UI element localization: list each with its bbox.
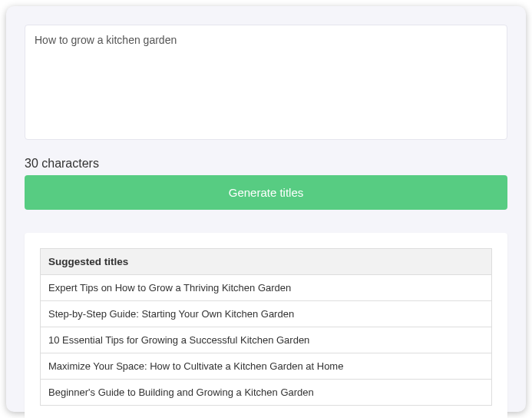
table-row: Maximize Your Space: How to Cultivate a … (41, 353, 492, 380)
suggested-titles-table: Suggested titles Expert Tips on How to G… (40, 248, 492, 406)
topic-input[interactable] (25, 25, 507, 140)
title-cell: Expert Tips on How to Grow a Thriving Ki… (41, 275, 492, 301)
generate-titles-button[interactable]: Generate titles (25, 175, 507, 210)
title-cell: Beginner's Guide to Building and Growing… (41, 380, 492, 406)
title-cell: 10 Essential Tips for Growing a Successf… (41, 327, 492, 353)
title-generator-card: 30 characters Generate titles Suggested … (6, 6, 526, 412)
title-cell: Maximize Your Space: How to Cultivate a … (41, 353, 492, 380)
table-row: Step-by-Step Guide: Starting Your Own Ki… (41, 301, 492, 327)
suggested-titles-header: Suggested titles (41, 249, 492, 275)
results-panel: Suggested titles Expert Tips on How to G… (25, 233, 507, 418)
table-row: Expert Tips on How to Grow a Thriving Ki… (41, 275, 492, 301)
character-count: 30 characters (25, 157, 507, 171)
table-row: Beginner's Guide to Building and Growing… (41, 380, 492, 406)
table-row: 10 Essential Tips for Growing a Successf… (41, 327, 492, 353)
title-cell: Step-by-Step Guide: Starting Your Own Ki… (41, 301, 492, 327)
